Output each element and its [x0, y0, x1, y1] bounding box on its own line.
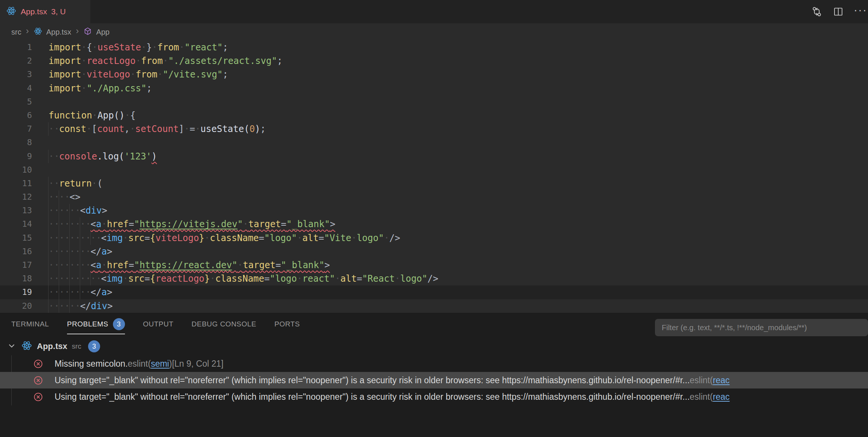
code-token: "_blank" — [281, 260, 324, 270]
code-token: useState( — [201, 124, 250, 134]
indent-guide: ·· — [69, 272, 80, 285]
code-line[interactable]: 17········<a·href="https://react.dev"·ta… — [0, 258, 868, 272]
code-line[interactable]: 11··return·( — [0, 177, 868, 190]
code-token: div — [91, 301, 107, 311]
more-actions-icon[interactable]: ··· — [854, 3, 867, 20]
panel-tab-debug-console[interactable]: DEBUG CONSOLE — [192, 313, 256, 335]
indent-guide: ·· — [48, 217, 59, 231]
code-token: ; — [222, 42, 228, 53]
code-token: · — [297, 273, 302, 284]
code-line[interactable]: 13······<div> — [0, 204, 868, 217]
breadcrumb-file[interactable]: App.tsx — [46, 28, 72, 36]
code-line[interactable]: 8 — [0, 136, 868, 149]
code-token: < — [91, 219, 96, 229]
editor-actions: ··· — [811, 0, 868, 23]
code-token: "Vite — [324, 233, 351, 243]
tab-app-tsx[interactable]: App.tsx 3, U — [0, 0, 90, 23]
code-line[interactable]: 19········</a> — [0, 285, 868, 299]
eslint-rule-link[interactable]: reac — [713, 392, 730, 402]
code-token: = — [145, 273, 150, 284]
code-token: < — [101, 273, 106, 284]
code-token: · — [163, 56, 168, 66]
indent-guide: ·· — [80, 231, 91, 245]
panel-tab-label: DEBUG CONSOLE — [192, 320, 256, 328]
problem-row[interactable]: Using target="_blank" without rel="noref… — [0, 372, 868, 388]
problem-row[interactable]: Missing semicolon. eslint(semi) [Ln 9, C… — [0, 355, 868, 372]
open-changes-icon[interactable] — [811, 6, 823, 18]
line-number: 12 — [0, 190, 32, 204]
line-number: 10 — [0, 163, 32, 177]
code-token: · — [123, 273, 128, 284]
code-token: = — [145, 233, 150, 243]
code-token: } — [199, 233, 204, 243]
problems-file-group[interactable]: App.tsx src 3 — [0, 338, 868, 355]
code-token: a — [96, 219, 101, 229]
indent-guide: ·· — [69, 245, 80, 258]
indent-guide: ·· — [59, 299, 70, 313]
code-token: · — [210, 273, 215, 284]
indent-guide: ·· — [59, 272, 70, 285]
code-token: reactLogo — [87, 56, 136, 66]
code-line[interactable]: 20······</div> — [0, 299, 868, 313]
code-line[interactable]: 18··········<img·src={reactLogo}·classNa… — [0, 272, 868, 285]
indent-guide: ·· — [69, 258, 80, 272]
code-line[interactable]: 12····<> — [0, 190, 868, 204]
line-number: 4 — [0, 82, 32, 95]
breadcrumb-symbol[interactable]: App — [96, 28, 110, 36]
code-line[interactable]: 2import·reactLogo·from·"./assets/react.s… — [0, 54, 868, 68]
line-number: 8 — [0, 136, 32, 149]
problem-text: Using target="_blank" without rel="noref… — [55, 375, 690, 385]
code-token: count — [97, 124, 124, 134]
indent-guide: ·· — [59, 231, 70, 245]
eslint-rule-link[interactable]: reac — [713, 375, 730, 385]
code-line[interactable]: 14········<a·href="https://vitejs.dev"·t… — [0, 217, 868, 231]
code-line[interactable]: 5 — [0, 95, 868, 109]
line-number: 9 — [0, 150, 32, 163]
code-token: [ — [92, 124, 97, 134]
code-token: viteLogo — [87, 69, 130, 80]
code-line[interactable]: 6function·App()·{ — [0, 109, 868, 122]
code-token: · — [204, 233, 210, 243]
code-line[interactable]: 1import·{·useState·}·from·"react"; — [0, 41, 868, 54]
code-token: · — [92, 110, 97, 121]
code-token: = — [129, 260, 134, 270]
problem-text: [Ln 9, Col 21] — [172, 359, 224, 369]
editor-tab-bar: App.tsx 3, U ··· — [0, 0, 868, 23]
code-token: </ — [91, 246, 102, 257]
code-line[interactable]: 9··console.log('123') — [0, 150, 868, 163]
code-line[interactable]: 4import·"./App.css"; — [0, 82, 868, 95]
line-number: 20 — [0, 299, 32, 313]
code-token: reactLogo — [155, 273, 204, 284]
code-line[interactable]: 3import·viteLogo·from·"/vite.svg"; — [0, 68, 868, 81]
code-token: logo" — [357, 233, 384, 243]
code-token: alt — [302, 233, 318, 243]
breadcrumb-src[interactable]: src — [11, 28, 21, 36]
code-token: · — [125, 110, 130, 121]
code-token: const — [59, 124, 86, 134]
panel-tab-ports[interactable]: PORTS — [274, 313, 300, 335]
code-token: "./App.css" — [87, 83, 146, 94]
panel-tab-terminal[interactable]: TERMINAL — [11, 313, 49, 335]
panel-tab-problems[interactable]: PROBLEMS3 — [67, 313, 125, 335]
code-token: · — [395, 273, 400, 284]
problems-filter-input[interactable] — [655, 319, 868, 336]
code-line[interactable]: 7··const·[count,·setCount]·=·useState(0)… — [0, 122, 868, 136]
code-token: className — [215, 273, 264, 284]
code-line[interactable]: 16········</a> — [0, 245, 868, 258]
code-token: div — [85, 205, 102, 216]
indent-guide: ·· — [59, 204, 70, 217]
panel-tab-output[interactable]: OUTPUT — [143, 313, 174, 335]
indent-guide: ·· — [69, 231, 80, 245]
code-line[interactable]: 10 — [0, 163, 868, 177]
code-token: import — [49, 56, 81, 66]
code-token: import — [49, 69, 81, 80]
eslint-rule-link[interactable]: semi — [151, 359, 169, 369]
code-token: target — [248, 219, 281, 229]
split-editor-icon[interactable] — [833, 6, 844, 17]
code-token: · — [130, 69, 136, 80]
problem-row[interactable]: Using target="_blank" without rel="noref… — [0, 388, 868, 405]
code-editor[interactable]: 1import·{·useState·}·from·"react";2impor… — [0, 41, 868, 313]
chevron-down-icon[interactable] — [7, 341, 17, 352]
code-token: from — [157, 42, 179, 53]
code-line[interactable]: 15··········<img·src={viteLogo}·classNam… — [0, 231, 868, 245]
